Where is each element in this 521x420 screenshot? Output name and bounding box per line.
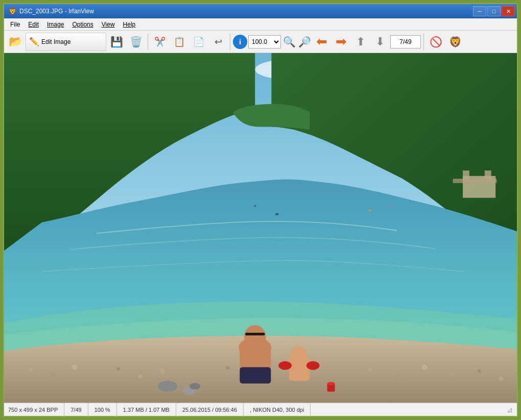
main-window: 🦁 DSC_2003.JPG - IrfanView ─ □ ✕ File Ed… (3, 3, 518, 417)
status-dimensions: 750 x 499 x 24 BPP (8, 403, 64, 416)
irfanview-logo-button[interactable]: 🦁 (446, 33, 464, 51)
copy-icon: 📋 (174, 36, 185, 47)
svg-point-42 (390, 206, 394, 208)
svg-point-36 (306, 361, 320, 370)
zoom-in-button[interactable]: 🔍 (282, 35, 296, 49)
next-image-button[interactable]: ➡ (332, 33, 350, 51)
save-button[interactable]: 💾 (107, 33, 126, 51)
svg-point-20 (422, 364, 428, 370)
svg-point-8 (29, 368, 33, 373)
cut-button[interactable]: ✂️ (151, 33, 169, 51)
svg-point-38 (327, 382, 335, 385)
paste-icon: 📄 (193, 36, 204, 47)
slideshow-button[interactable]: 🚫 (427, 33, 445, 51)
menu-bar: File Edit Image Options View Help (4, 18, 517, 31)
status-file-size: 1.37 MB / 1.07 MB (123, 403, 176, 416)
status-page-info: 7/49 (70, 403, 88, 416)
info-button[interactable]: i (233, 35, 247, 49)
zoom-out-icon: 🔎 (298, 36, 311, 48)
svg-point-41 (368, 209, 371, 211)
menu-help[interactable]: Help (119, 20, 140, 29)
svg-point-23 (499, 377, 504, 381)
cut-icon: ✂️ (154, 36, 165, 47)
svg-point-14 (159, 368, 165, 374)
last-arrow-icon: ⬇ (375, 35, 385, 48)
svg-point-21 (449, 372, 454, 377)
status-bar: 750 x 499 x 24 BPP 7/49 100 % 1.37 MB / … (4, 403, 517, 416)
svg-point-19 (395, 375, 398, 378)
irfanview-icon: 🦁 (449, 36, 462, 48)
minimize-button[interactable]: ─ (473, 6, 486, 16)
svg-point-24 (158, 381, 178, 391)
zoom-in-icon: 🔍 (283, 36, 296, 48)
status-camera: , NIKON D40, 300 dpi (250, 403, 311, 416)
page-counter: 7/49 (390, 35, 421, 48)
beach-scene-svg (4, 53, 517, 403)
maximize-button[interactable]: □ (487, 6, 501, 16)
svg-point-34 (291, 347, 307, 364)
open-icon: 📂 (9, 35, 22, 48)
svg-rect-30 (240, 367, 271, 383)
open-button[interactable]: 📂 (6, 33, 25, 51)
menu-options[interactable]: Options (68, 20, 97, 29)
zoom-select[interactable]: 25.0 50.0 75.0 100.0 150.0 200.0 400.0 (248, 35, 281, 48)
last-image-button[interactable]: ⬇ (371, 33, 389, 51)
toolbar: 📂 ✏️ Edit Image 💾 🗑️ ✂️ 📋 📄 ↩ (4, 31, 517, 53)
status-zoom: 100 % (94, 403, 117, 416)
zoom-out-button[interactable]: 🔎 (297, 35, 312, 49)
first-arrow-icon: ⬆ (356, 35, 365, 48)
image-area (4, 53, 517, 403)
svg-point-11 (94, 370, 99, 375)
window-title: DSC_2003.JPG - IrfanView (19, 8, 94, 15)
svg-point-10 (72, 364, 78, 370)
svg-rect-46 (453, 179, 497, 183)
svg-point-22 (478, 369, 481, 373)
separator-1 (148, 34, 148, 50)
svg-point-15 (182, 377, 185, 380)
separator-3 (423, 34, 424, 50)
title-bar: 🦁 DSC_2003.JPG - IrfanView ─ □ ✕ (4, 4, 517, 18)
zoom-group: 25.0 50.0 75.0 100.0 150.0 200.0 400.0 🔍… (248, 35, 312, 49)
resize-handle: ⊿ (507, 406, 513, 414)
svg-point-18 (368, 368, 372, 373)
prev-image-button[interactable]: ⬅ (313, 33, 331, 51)
svg-point-40 (254, 205, 256, 207)
svg-point-26 (190, 383, 200, 389)
svg-point-13 (138, 374, 143, 379)
copy-button[interactable]: 📋 (170, 33, 188, 51)
separator-2 (230, 34, 230, 50)
title-bar-left: 🦁 DSC_2003.JPG - IrfanView (8, 7, 94, 15)
info-icon: i (239, 37, 241, 46)
menu-image[interactable]: Image (43, 20, 68, 29)
slideshow-icon: 🚫 (430, 36, 442, 48)
svg-point-29 (244, 325, 266, 349)
delete-icon: 🗑️ (130, 36, 143, 48)
menu-file[interactable]: File (6, 20, 24, 29)
menu-edit[interactable]: Edit (24, 20, 43, 29)
undo-icon: ↩ (215, 36, 222, 47)
first-image-button[interactable]: ⬆ (351, 33, 370, 51)
svg-point-9 (51, 374, 54, 377)
delete-button[interactable]: 🗑️ (127, 33, 145, 51)
status-date: 25.06.2015 / 09:56:46 (182, 403, 244, 416)
paste-button[interactable]: 📄 (190, 33, 208, 51)
edit-image-button[interactable]: ✏️ Edit Image (26, 33, 106, 51)
svg-point-39 (275, 213, 278, 215)
svg-point-17 (226, 366, 229, 369)
edit-pencil-icon: ✏️ (29, 37, 39, 46)
edit-image-label: Edit Image (41, 38, 70, 45)
svg-point-12 (117, 367, 120, 370)
svg-point-35 (278, 361, 292, 370)
svg-rect-31 (245, 333, 265, 335)
next-arrow-icon: ➡ (336, 34, 347, 50)
svg-point-16 (204, 370, 208, 375)
prev-arrow-icon: ⬅ (316, 34, 327, 50)
app-icon: 🦁 (8, 7, 16, 15)
close-button[interactable]: ✕ (502, 6, 515, 16)
menu-view[interactable]: View (98, 20, 119, 29)
undo-button[interactable]: ↩ (209, 33, 227, 51)
save-icon: 💾 (110, 36, 123, 48)
title-controls: ─ □ ✕ (473, 6, 515, 16)
